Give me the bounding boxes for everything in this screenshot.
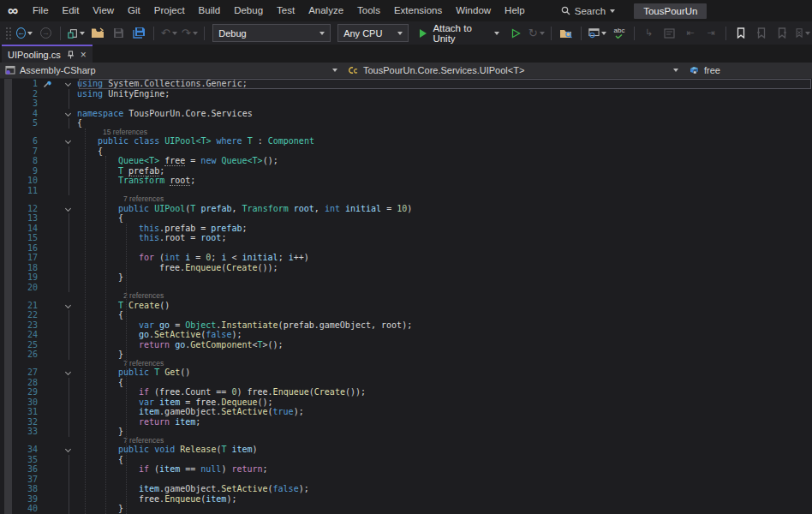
sync-with-active-document-button[interactable] bbox=[587, 24, 608, 43]
open-file-button[interactable] bbox=[88, 24, 107, 43]
save-all-button[interactable] bbox=[129, 24, 148, 43]
next-bookmark-button[interactable] bbox=[773, 24, 791, 43]
clear-bookmarks-button[interactable] bbox=[793, 24, 812, 43]
line-number: 24 bbox=[14, 330, 43, 340]
code-line-25: 25return go.GetComponent<T>(); bbox=[0, 340, 812, 350]
code-line-3: 3 bbox=[0, 99, 812, 109]
code-line-39: 39free.Enqueue(item); bbox=[0, 494, 812, 505]
menu-help[interactable]: Help bbox=[498, 0, 532, 21]
glyph-margin bbox=[43, 166, 62, 176]
menu-bar: ∞ FileEditViewGitProjectBuildDebugTestAn… bbox=[0, 0, 812, 21]
member-name[interactable]: free bbox=[704, 65, 720, 75]
previous-bookmark-button[interactable] bbox=[752, 24, 771, 43]
menu-view[interactable]: View bbox=[86, 0, 121, 21]
toolbar-drag-handle[interactable] bbox=[5, 27, 11, 40]
new-file-button[interactable] bbox=[66, 24, 87, 43]
tab-label[interactable]: UIPooling.cs bbox=[8, 50, 61, 60]
glyph-margin bbox=[43, 204, 62, 214]
codelens-references[interactable]: 7 references bbox=[0, 360, 812, 368]
collapse-region-icon[interactable] bbox=[62, 204, 77, 214]
decrease-indent-button[interactable]: ⇤ bbox=[681, 24, 700, 43]
code-line-20: 20 bbox=[0, 283, 812, 293]
navigate-forward-button[interactable]: → bbox=[36, 24, 55, 43]
line-number: 39 bbox=[14, 494, 43, 505]
code-text: Queue<T> free = new Queue<T>(); bbox=[77, 156, 812, 166]
glyph-margin bbox=[43, 99, 62, 109]
chevron-down-icon[interactable] bbox=[332, 69, 337, 72]
codelens-references[interactable]: 2 references bbox=[0, 292, 812, 301]
menu-analyze[interactable]: Analyze bbox=[302, 0, 350, 21]
menu-window[interactable]: Window bbox=[449, 0, 498, 21]
codelens-references[interactable]: 7 references bbox=[0, 437, 812, 445]
solution-platform-select[interactable]: Any CPU bbox=[337, 24, 409, 42]
menu-tools[interactable]: Tools bbox=[350, 0, 387, 21]
increase-indent-button[interactable]: ⇥ bbox=[702, 24, 720, 43]
codelens-references[interactable]: 7 references bbox=[0, 195, 812, 204]
pin-tab-icon[interactable] bbox=[67, 51, 75, 59]
word-wrap-button[interactable] bbox=[660, 24, 679, 43]
project-dropdown[interactable]: Assembly-CSharp bbox=[0, 63, 343, 78]
menu-build[interactable]: Build bbox=[192, 0, 228, 21]
code-line-32: 32return item; bbox=[0, 417, 812, 427]
code-text: { bbox=[77, 378, 812, 388]
code-text: return item; bbox=[77, 417, 812, 427]
code-line-11: 11 bbox=[0, 186, 812, 196]
redo-button[interactable]: ↷ bbox=[180, 24, 199, 43]
chevron-down-icon[interactable] bbox=[673, 69, 678, 72]
collapse-region-icon[interactable] bbox=[62, 136, 77, 146]
search-label[interactable]: Search bbox=[575, 6, 606, 16]
toolbar-separator bbox=[153, 27, 154, 40]
search-dropdown-icon[interactable] bbox=[610, 9, 615, 13]
menu-file[interactable]: File bbox=[26, 0, 56, 21]
type-name[interactable]: TousPourUn.Core.Services.UIPool<T> bbox=[363, 65, 524, 75]
solution-configuration-select[interactable]: Debug bbox=[212, 24, 331, 42]
quick-actions-icon[interactable] bbox=[43, 79, 62, 89]
code-line-15: 15this.root = root; bbox=[0, 233, 812, 243]
project-name[interactable]: Assembly-CSharp bbox=[20, 65, 96, 75]
glyph-margin bbox=[43, 89, 62, 99]
outline-margin bbox=[62, 484, 77, 494]
code-text: using UnityEngine; bbox=[77, 89, 812, 99]
navigate-back-button[interactable]: ← bbox=[15, 24, 34, 43]
code-text: public UIPool(T prefab, Transform root, … bbox=[77, 204, 812, 214]
start-debugging-button[interactable]: Attach to Unity bbox=[418, 24, 501, 43]
line-number: 21 bbox=[14, 301, 43, 311]
code-line-23: 23var go = Object.Instantiate(prefab.gam… bbox=[0, 320, 812, 331]
menu-test[interactable]: Test bbox=[270, 0, 302, 21]
account-profile-button[interactable]: TousPourUn bbox=[634, 3, 707, 19]
collapse-region-icon[interactable] bbox=[62, 79, 77, 89]
outline-margin bbox=[62, 253, 77, 263]
collapse-region-icon[interactable] bbox=[62, 445, 77, 455]
codelens-references[interactable]: 15 references bbox=[0, 128, 812, 137]
member-dropdown[interactable]: free bbox=[684, 63, 812, 78]
toggle-bookmark-button[interactable] bbox=[731, 24, 750, 43]
close-tab-icon[interactable]: × bbox=[81, 51, 87, 59]
menu-project[interactable]: Project bbox=[147, 0, 192, 21]
collapse-region-icon[interactable] bbox=[62, 109, 77, 119]
find-in-files-button[interactable] bbox=[557, 24, 576, 43]
outline-margin bbox=[62, 455, 77, 465]
line-number: 40 bbox=[14, 504, 43, 514]
code-text: Transform root; bbox=[77, 176, 812, 186]
undo-button[interactable]: ↶ bbox=[159, 24, 178, 43]
collapse-region-icon[interactable] bbox=[62, 301, 77, 311]
line-number: 32 bbox=[14, 417, 43, 427]
menu-git[interactable]: Git bbox=[121, 0, 147, 21]
start-without-debugging-button[interactable] bbox=[506, 24, 525, 43]
menu-edit[interactable]: Edit bbox=[56, 0, 87, 21]
spell-check-button[interactable]: abc bbox=[610, 24, 629, 43]
hot-reload-button[interactable]: ↻ bbox=[527, 24, 546, 43]
tab-uipooling-cs[interactable]: UIPooling.cs × bbox=[2, 45, 93, 63]
line-number: 27 bbox=[14, 368, 43, 378]
outline-margin bbox=[62, 397, 77, 408]
menu-debug[interactable]: Debug bbox=[227, 0, 270, 21]
menu-extensions[interactable]: Extensions bbox=[387, 0, 449, 21]
type-dropdown[interactable]: TousPourUn.Core.Services.UIPool<T> bbox=[343, 63, 684, 78]
code-editor[interactable]: 1using System.Collections.Generic;2using… bbox=[0, 79, 812, 514]
collapse-region-icon[interactable] bbox=[62, 368, 77, 378]
search-control[interactable]: Search bbox=[556, 6, 620, 16]
save-button[interactable] bbox=[109, 24, 128, 43]
line-number: 31 bbox=[14, 407, 43, 417]
code-text bbox=[77, 475, 812, 485]
display-whitespace-button[interactable]: ↳ bbox=[640, 24, 659, 43]
